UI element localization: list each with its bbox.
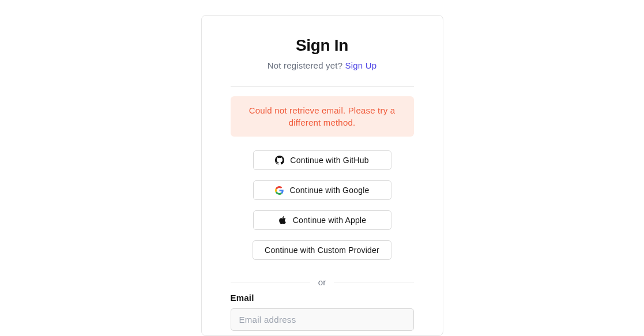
google-button-label: Continue with Google: [290, 186, 370, 195]
error-alert: Could not retrieve email. Please try a d…: [231, 96, 414, 137]
subtitle-row: Not registered yet? Sign Up: [231, 61, 414, 70]
apple-icon: [278, 216, 287, 225]
apple-button-label: Continue with Apple: [293, 216, 367, 225]
header-divider: [231, 86, 414, 87]
signin-card: Sign In Not registered yet? Sign Up Coul…: [201, 15, 443, 336]
provider-list: Continue with GitHub Continue with Googl…: [231, 150, 414, 260]
divider-line-right: [334, 282, 413, 282]
divider-line-left: [231, 282, 310, 282]
continue-apple-button[interactable]: Continue with Apple: [253, 210, 391, 230]
github-button-label: Continue with GitHub: [290, 156, 368, 165]
or-text: or: [318, 277, 326, 287]
continue-custom-button[interactable]: Continue with Custom Provider: [253, 240, 391, 260]
email-label: Email: [231, 293, 414, 303]
or-divider: or: [231, 277, 414, 287]
email-field[interactable]: [231, 308, 414, 331]
continue-github-button[interactable]: Continue with GitHub: [253, 150, 391, 170]
github-icon: [275, 156, 284, 165]
page-title: Sign In: [231, 36, 414, 55]
not-registered-text: Not registered yet?: [268, 61, 345, 70]
google-icon: [275, 186, 284, 195]
continue-google-button[interactable]: Continue with Google: [253, 180, 391, 200]
signup-link[interactable]: Sign Up: [345, 61, 377, 70]
custom-button-label: Continue with Custom Provider: [265, 246, 379, 255]
